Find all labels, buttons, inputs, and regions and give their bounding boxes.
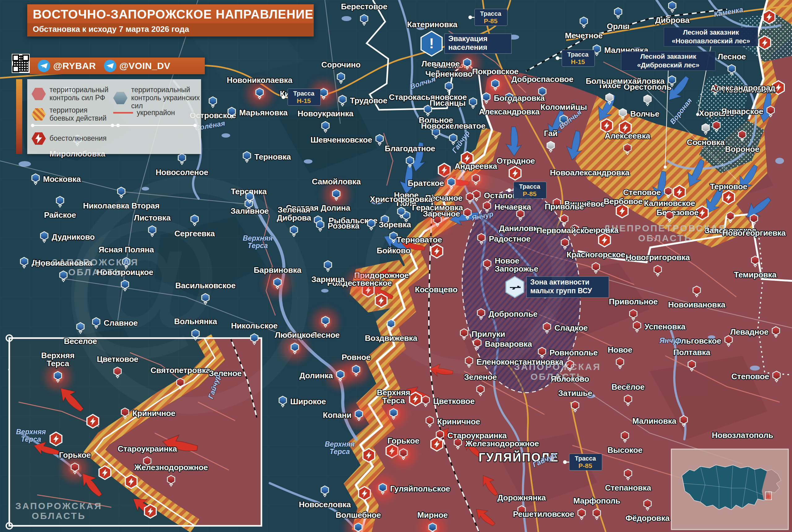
town-label: Степовое bbox=[623, 188, 661, 197]
town: Вербовое bbox=[604, 197, 642, 206]
town-pin-r bbox=[767, 106, 774, 114]
town-pin-r bbox=[750, 214, 758, 223]
title-block: ВОСТОЧНО-ЗАПОРОЖСКОЕ НАПРАВЛЕНИЕ Обстано… bbox=[27, 4, 314, 37]
town-label: Гай bbox=[544, 129, 558, 138]
town-label: Большемихайловка bbox=[586, 76, 664, 86]
town-label: Широкое bbox=[290, 397, 326, 406]
clash-icon bbox=[509, 166, 521, 180]
town-label: Новониколаевка bbox=[227, 75, 293, 85]
town-pin-r bbox=[713, 121, 720, 130]
legend: территориальный контроль сил РФ территор… bbox=[27, 79, 201, 154]
svg-text:«Дибровский лес»: «Дибровский лес» bbox=[637, 61, 699, 69]
town-label: Ровнополье bbox=[549, 348, 598, 357]
legend-item-fortified: укрепрайон bbox=[113, 109, 175, 117]
clash-icon bbox=[601, 119, 612, 132]
town-label: Красногорское bbox=[566, 250, 625, 259]
town-label: Сладкое bbox=[554, 323, 588, 332]
battle-zone-label: территория боевых действий bbox=[50, 107, 107, 122]
town-label: Новозлатополь bbox=[712, 431, 773, 440]
town-pin-u bbox=[390, 408, 397, 417]
town-pin-r bbox=[422, 396, 429, 404]
town-label: Берестовое bbox=[341, 2, 387, 11]
svg-text:Трасса: Трасса bbox=[575, 455, 596, 462]
evacuation-callout: !Эвакуациянаселения bbox=[421, 31, 511, 56]
town-label: Фёдоровка bbox=[625, 513, 670, 523]
town-label: Сосновка bbox=[687, 138, 725, 147]
town-pin-r bbox=[629, 310, 637, 318]
town-pin-u bbox=[728, 65, 735, 73]
fortified-line-swatch bbox=[113, 112, 133, 114]
legend-item-battle-zone: территория боевых действий bbox=[32, 107, 107, 122]
town-label: Новосоленое bbox=[156, 168, 208, 177]
town: Новозлатополь bbox=[712, 431, 773, 440]
svg-text:Лесной заказник: Лесной заказник bbox=[640, 53, 696, 60]
town-pin-g bbox=[619, 109, 626, 117]
watermark-circle-2 bbox=[365, 173, 566, 374]
town-label: Розовка bbox=[328, 221, 359, 230]
svg-text:Трасса: Трасса bbox=[293, 90, 315, 97]
telegram-handle-rybar[interactable]: @RYBAR bbox=[38, 60, 96, 72]
town-label: Полтавка bbox=[673, 348, 710, 357]
town-pin-u bbox=[337, 370, 344, 379]
town-label: Дорожнянка bbox=[497, 493, 546, 502]
handle-text-rybar: @RYBAR bbox=[53, 61, 96, 71]
town-pin-r bbox=[477, 385, 484, 394]
town-pin-r bbox=[680, 416, 687, 424]
town-label: Темировка bbox=[734, 270, 776, 279]
town-label: Марьяновка bbox=[239, 108, 288, 117]
town-label: Мирное bbox=[417, 510, 448, 520]
svg-text:Трасса: Трасса bbox=[480, 10, 502, 17]
map-subtitle: Обстановка к исходу 7 марта 2026 года bbox=[27, 23, 314, 37]
town-label: Староукраинка bbox=[117, 444, 177, 453]
town-label: Отрадное bbox=[496, 156, 535, 166]
town-pin-r bbox=[624, 395, 632, 403]
town-pin-r bbox=[400, 449, 407, 457]
town-pin-r bbox=[593, 509, 601, 517]
town-label: Затишье bbox=[558, 388, 592, 398]
town-label: Мечетное bbox=[565, 31, 603, 40]
town-label: Березовое bbox=[657, 208, 699, 217]
qr-code bbox=[12, 54, 30, 73]
town-pin-u bbox=[450, 134, 457, 142]
svg-text:Трасса: Трасса bbox=[519, 183, 541, 190]
telegram-handle-voin-dv[interactable]: @VOIN_DV bbox=[104, 60, 170, 72]
town-pin-u bbox=[317, 221, 324, 229]
town-label: Богодаровка bbox=[494, 93, 545, 103]
town-label: Железнодорожное bbox=[465, 439, 539, 448]
town-pin-g bbox=[644, 95, 651, 103]
town: Катериновка bbox=[407, 20, 457, 29]
town-label: Железнодорожное bbox=[134, 463, 208, 472]
town-label: Новоскелеватое bbox=[421, 121, 485, 131]
town-pin-r bbox=[121, 408, 129, 416]
town-pin-r bbox=[633, 321, 641, 330]
town-pin-r bbox=[538, 347, 546, 356]
town-label: Лесное bbox=[717, 52, 746, 61]
town-label: Ровное bbox=[342, 353, 370, 362]
svg-text:Н-15: Н-15 bbox=[297, 97, 311, 104]
svg-text:Р-85: Р-85 bbox=[484, 17, 498, 24]
town: Большемихайловка bbox=[586, 76, 676, 87]
town-pin-r bbox=[773, 371, 780, 380]
town-pin-r bbox=[436, 430, 444, 439]
svg-text:Лесной заказник: Лесной заказник bbox=[683, 28, 739, 36]
town-label: Калиновское bbox=[644, 198, 695, 208]
town-pin-u bbox=[32, 174, 39, 182]
town-label: Новогригоровка bbox=[625, 253, 690, 262]
town-pin-u bbox=[367, 219, 375, 228]
town-label: Решетиловское bbox=[513, 509, 574, 519]
town-pin-u bbox=[228, 107, 235, 116]
town-label: Ольговское bbox=[675, 336, 721, 345]
town-label: Писанцы bbox=[430, 98, 466, 108]
town: Новоалександровка bbox=[550, 168, 629, 177]
battle-zone-swatch bbox=[32, 108, 46, 121]
town: Мирное bbox=[417, 510, 448, 532]
town-label: Коломийцы bbox=[541, 102, 587, 112]
map-title: ВОСТОЧНО-ЗАПОРОЖСКОЕ НАПРАВЛЕНИЕ bbox=[27, 4, 314, 23]
clash-icon bbox=[99, 466, 111, 479]
svg-text:населения: населения bbox=[448, 43, 487, 51]
ua-control-swatch bbox=[113, 92, 128, 104]
town-label: Староукраинка bbox=[447, 431, 507, 440]
town-pin-r bbox=[654, 265, 661, 274]
town-pin-r bbox=[727, 212, 734, 220]
town-pin-u bbox=[290, 226, 298, 234]
